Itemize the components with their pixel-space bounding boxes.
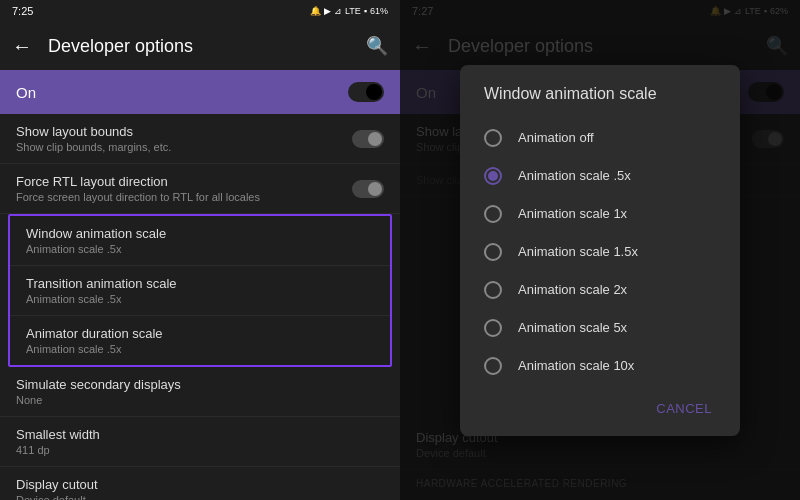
option-label-2: Animation scale 1x <box>518 206 627 221</box>
setting-desc: Force screen layout direction to RTL for… <box>16 191 344 203</box>
setting-desc: Show clip bounds, margins, etc. <box>16 141 171 153</box>
radio-animation-5x[interactable] <box>484 319 502 337</box>
left-app-bar: ← Developer options 🔍 <box>0 22 400 70</box>
dialog-option-6[interactable]: Animation scale 10x <box>460 347 740 385</box>
list-item[interactable]: Animator duration scale Animation scale … <box>10 316 390 365</box>
left-phone-panel: 7:25 🔔 ▶ ⊿ LTE ▪ 61% ← Developer options… <box>0 0 400 500</box>
alarm-icon: 🔔 <box>310 6 321 16</box>
left-settings-list: Show layout bounds Show clip bounds, mar… <box>0 114 400 500</box>
setting-title: Smallest width <box>16 427 384 442</box>
left-on-label: On <box>16 84 36 101</box>
left-status-time: 7:25 <box>12 5 33 17</box>
setting-title: Animator duration scale <box>26 326 374 341</box>
dialog-option-4[interactable]: Animation scale 2x <box>460 271 740 309</box>
setting-title: Show layout bounds <box>16 124 171 139</box>
setting-desc: Animation scale .5x <box>26 293 374 305</box>
setting-title: Transition animation scale <box>26 276 374 291</box>
setting-title: Force RTL layout direction <box>16 174 344 189</box>
animation-scale-group: Window animation scale Animation scale .… <box>8 214 392 367</box>
battery-label: 61% <box>370 6 388 16</box>
toggle-thumb <box>368 132 382 146</box>
wifi-icon: ▪ <box>364 6 367 16</box>
dialog-option-2[interactable]: Animation scale 1x <box>460 195 740 233</box>
toggle-thumb <box>368 182 382 196</box>
list-item[interactable]: Simulate secondary displays None <box>0 367 400 417</box>
force-rtl-toggle[interactable] <box>352 180 384 198</box>
option-label-1: Animation scale .5x <box>518 168 631 183</box>
show-layout-toggle[interactable] <box>352 130 384 148</box>
list-item[interactable]: Show layout bounds Show clip bounds, mar… <box>0 114 400 164</box>
list-item[interactable]: Force RTL layout direction Force screen … <box>0 164 400 214</box>
radio-animation-15x[interactable] <box>484 243 502 261</box>
left-developer-toggle[interactable] <box>348 82 384 102</box>
play-icon: ▶ <box>324 6 331 16</box>
radio-inner <box>488 171 498 181</box>
option-label-4: Animation scale 2x <box>518 282 627 297</box>
option-label-6: Animation scale 10x <box>518 358 634 373</box>
option-label-5: Animation scale 5x <box>518 320 627 335</box>
radio-animation-off[interactable] <box>484 129 502 147</box>
left-status-bar: 7:25 🔔 ▶ ⊿ LTE ▪ 61% <box>0 0 400 22</box>
left-toggle-thumb <box>366 84 382 100</box>
left-page-title: Developer options <box>48 36 366 57</box>
setting-desc: 411 dp <box>16 444 384 456</box>
radio-animation-05x[interactable] <box>484 167 502 185</box>
dialog-title: Window animation scale <box>460 85 740 119</box>
setting-desc: Animation scale .5x <box>26 343 374 355</box>
option-label-3: Animation scale 1.5x <box>518 244 638 259</box>
setting-title: Display cutout <box>16 477 384 492</box>
dialog-actions: Cancel <box>460 385 740 428</box>
setting-desc: Device default <box>16 494 384 500</box>
radio-animation-10x[interactable] <box>484 357 502 375</box>
window-animation-dialog: Window animation scale Animation off Ani… <box>460 65 740 436</box>
setting-title: Simulate secondary displays <box>16 377 384 392</box>
list-item[interactable]: Smallest width 411 dp <box>0 417 400 467</box>
list-item[interactable]: Window animation scale Animation scale .… <box>10 216 390 266</box>
dialog-option-1[interactable]: Animation scale .5x <box>460 157 740 195</box>
setting-desc: None <box>16 394 384 406</box>
lte-label: LTE <box>345 6 361 16</box>
left-back-button[interactable]: ← <box>12 35 32 58</box>
radio-animation-1x[interactable] <box>484 205 502 223</box>
setting-desc: Animation scale .5x <box>26 243 374 255</box>
dialog-option-3[interactable]: Animation scale 1.5x <box>460 233 740 271</box>
dialog-option-0[interactable]: Animation off <box>460 119 740 157</box>
option-label-0: Animation off <box>518 130 594 145</box>
dialog-overlay: Window animation scale Animation off Ani… <box>400 0 800 500</box>
left-search-icon[interactable]: 🔍 <box>366 35 388 57</box>
left-on-row: On <box>0 70 400 114</box>
cancel-button[interactable]: Cancel <box>644 393 724 424</box>
left-status-icons: 🔔 ▶ ⊿ LTE ▪ 61% <box>310 6 388 16</box>
signal-icon: ⊿ <box>334 6 342 16</box>
list-item[interactable]: Transition animation scale Animation sca… <box>10 266 390 316</box>
list-item[interactable]: Display cutout Device default <box>0 467 400 500</box>
setting-title: Window animation scale <box>26 226 374 241</box>
radio-animation-2x[interactable] <box>484 281 502 299</box>
dialog-option-5[interactable]: Animation scale 5x <box>460 309 740 347</box>
right-phone-panel: 7:27 🔔 ▶ ⊿ LTE ▪ 62% ← Developer options… <box>400 0 800 500</box>
